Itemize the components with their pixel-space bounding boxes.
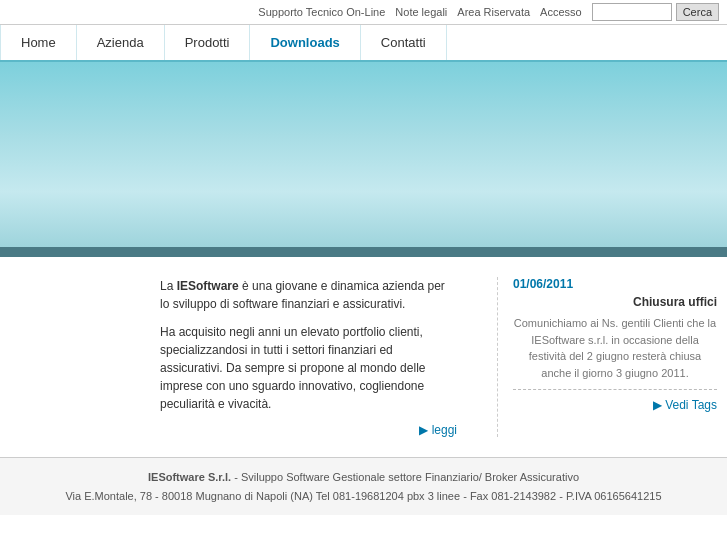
footer-company-name: IESoftware S.r.l. (148, 471, 231, 483)
nav-item-home[interactable]: Home (0, 25, 77, 60)
footer-line1: IESoftware S.r.l. - Sviluppo Software Ge… (8, 468, 719, 487)
company-body: Ha acquisito negli anni un elevato portf… (160, 323, 457, 413)
news-divider (513, 389, 717, 390)
search-form: Cerca (592, 3, 719, 21)
footer-tagline: - Sviluppo Software Gestionale settore F… (231, 471, 579, 483)
hero-banner (0, 62, 727, 247)
news-body: Comunichiamo ai Ns. gentili Clienti che … (513, 315, 717, 381)
footer-piva: P.IVA 06165641215 (566, 490, 662, 502)
nav-bar: Home Azienda Prodotti Downloads Contatti (0, 25, 727, 62)
nav-item-azienda[interactable]: Azienda (77, 25, 165, 60)
search-input[interactable] (592, 3, 672, 21)
footer-separator: - (559, 490, 566, 502)
left-spacer (10, 277, 140, 437)
supporto-link[interactable]: Supporto Tecnico On-Line (258, 6, 385, 18)
footer-fax: Fax 081-2143982 (470, 490, 556, 502)
news-section: 01/06/2011 Chiusura uffici Comunichiamo … (497, 277, 717, 437)
vedi-tags-link[interactable]: ▶ Vedi Tags (513, 398, 717, 412)
company-brand: IESoftware (177, 279, 239, 293)
news-date: 01/06/2011 (513, 277, 717, 291)
footer-address: Via E.Montale, 78 - 80018 Mugnano di Nap… (65, 490, 312, 502)
footer-line2: Via E.Montale, 78 - 80018 Mugnano di Nap… (8, 487, 719, 506)
read-more-link[interactable]: ▶ leggi (419, 423, 457, 437)
top-bar: Supporto Tecnico On-Line Note legali Are… (0, 0, 727, 25)
main-content: La IESoftware è una giovane e dinamica a… (0, 257, 727, 447)
company-section: La IESoftware è una giovane e dinamica a… (160, 277, 477, 437)
accesso-link[interactable]: Accesso (540, 6, 582, 18)
area-riservata-link[interactable]: Area Riservata (457, 6, 530, 18)
footer: IESoftware S.r.l. - Sviluppo Software Ge… (0, 457, 727, 515)
hero-divider (0, 247, 727, 257)
company-intro: La IESoftware è una giovane e dinamica a… (160, 277, 457, 313)
nav-item-contatti[interactable]: Contatti (361, 25, 447, 60)
note-legali-link[interactable]: Note legali (395, 6, 447, 18)
search-button[interactable]: Cerca (676, 3, 719, 21)
company-intro-prefix: La (160, 279, 177, 293)
footer-tel: Tel 081-19681204 pbx 3 linee - (316, 490, 470, 502)
nav-item-downloads[interactable]: Downloads (250, 25, 360, 60)
nav-item-prodotti[interactable]: Prodotti (165, 25, 251, 60)
news-title: Chiusura uffici (513, 295, 717, 309)
